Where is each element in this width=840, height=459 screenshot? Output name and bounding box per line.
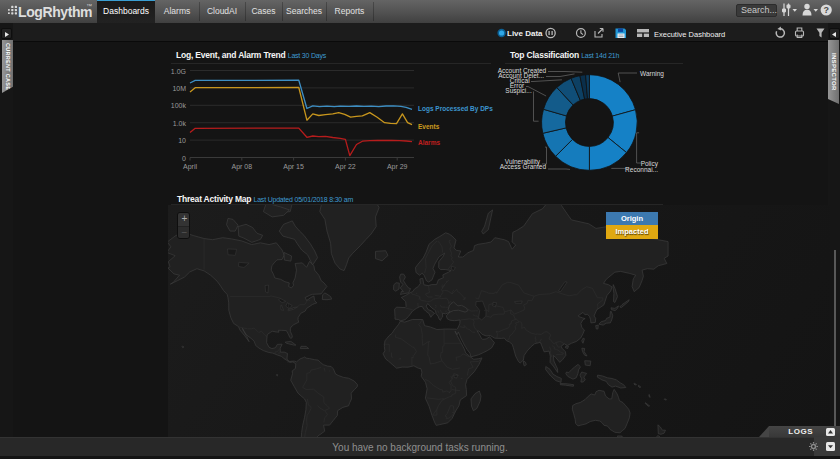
- svg-text:1.0G: 1.0G: [171, 68, 186, 75]
- svg-text:Apr 15: Apr 15: [283, 163, 304, 171]
- svg-text:0: 0: [182, 155, 186, 162]
- svg-text:Apr 29: Apr 29: [387, 163, 408, 171]
- svg-text:Reconnai...: Reconnai...: [625, 166, 658, 173]
- svg-text:Events: Events: [418, 123, 440, 130]
- svg-text:Warning: Warning: [640, 70, 664, 78]
- svg-text:April: April: [183, 163, 197, 171]
- svg-text:10: 10: [178, 137, 186, 144]
- svg-text:1.0k: 1.0k: [173, 120, 187, 127]
- svg-text:100k: 100k: [171, 102, 187, 109]
- svg-text:Apr 22: Apr 22: [335, 163, 356, 171]
- svg-text:Apr 08: Apr 08: [231, 163, 252, 171]
- svg-text:?: ?: [823, 5, 829, 15]
- svg-text:Vulnerability: Vulnerability: [505, 158, 541, 166]
- svg-text:10M: 10M: [172, 85, 186, 92]
- svg-text:Alarms: Alarms: [418, 139, 440, 146]
- svg-text:Account Created: Account Created: [498, 67, 547, 74]
